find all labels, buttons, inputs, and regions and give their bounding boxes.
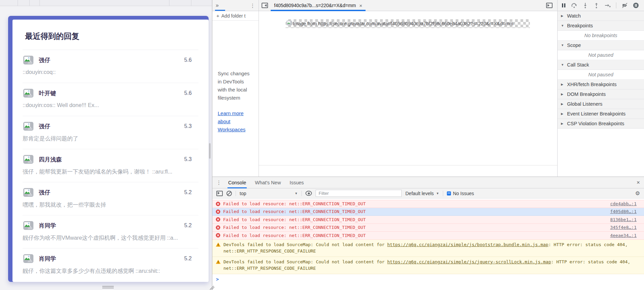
reply-item[interactable]: 肖同学5.2靓仔，你这篇文章多多少少有点违规的感觉啊 ::aru:shit:: [23, 248, 198, 282]
debug-section-label: Watch [567, 13, 581, 19]
debugger-sidebar: ▶Watch▼BreakpointsNo breakpoints▼ScopeNo… [557, 0, 644, 177]
tab-whats-new[interactable]: What's New [254, 177, 281, 188]
log-levels-select[interactable]: Default levels ▼ [405, 191, 439, 196]
tab-issues[interactable]: Issues [289, 177, 304, 188]
debug-section-breakpoints[interactable]: ▼Breakpoints [558, 21, 644, 31]
debug-section-xhr-fetch-breakpoints[interactable]: ▶XHR/fetch Breakpoints [558, 80, 644, 89]
debug-section-dom-breakpoints[interactable]: ▶DOM Breakpoints [558, 89, 644, 99]
sourcemap-url-link[interactable]: https://q6q.cc/qiangzai/simple/js/bootst… [387, 242, 548, 247]
pause-script-icon[interactable] [561, 3, 566, 8]
step-into-icon[interactable] [582, 2, 588, 8]
plus-icon: + [216, 13, 219, 19]
close-tab-icon[interactable]: × [359, 3, 362, 8]
debug-section-event-listener-breakpoints[interactable]: ▶Event Listener Breakpoints [558, 109, 644, 119]
deactivate-breakpoints-icon[interactable] [622, 2, 628, 8]
devtools-panel: » ⋮ + Add folder t Sync changes in DevTo… [212, 0, 644, 290]
reply-item[interactable]: 强仔5.2嘿嘿，那我就改，把一些字眼去掉 [23, 182, 198, 215]
debug-section-csp-violation-breakpoints[interactable]: ▶CSP Violation Breakpoints [558, 119, 644, 129]
close-drawer-icon[interactable]: × [637, 180, 640, 185]
clear-console-icon[interactable] [226, 191, 232, 196]
debug-section-watch[interactable]: ▶Watch [558, 11, 644, 21]
file-tab[interactable]: f405d80940c9a7b...s=220&r=X&d=mm × [271, 0, 366, 11]
reply-rating: 5.2 [184, 256, 192, 262]
active-tab-underline [215, 10, 225, 11]
console-error-row: Failed to load resource: net::ERR_CONNEC… [212, 200, 644, 208]
browser-chrome-fragment [191, 0, 212, 6]
debugger-sections: ▶Watch▼BreakpointsNo breakpoints▼ScopeNo… [558, 11, 644, 129]
show-console-sidebar-icon[interactable] [216, 191, 223, 196]
reply-item[interactable]: 强仔5.3那肯定是么得问题的了 [23, 116, 198, 149]
debug-section-note: Not paused [558, 50, 644, 60]
debugger-toolbar [558, 0, 644, 11]
reply-item[interactable]: 叶开键5.6::douyin:cos:: Well done!!! Ex... [23, 83, 198, 116]
console-error-message: Failed to load resource: net::ERR_CONNEC… [223, 217, 366, 222]
reply-item[interactable]: 肖同学5.2靓仔你为啥不用VMware这个虚拟机啊，这个我感觉更好用 ::a..… [23, 215, 198, 248]
page-bottom-drag-handle[interactable] [102, 286, 114, 289]
reply-rating: 5.6 [184, 57, 192, 63]
image-alt-text: Image from https://secure.gravatar.com/a… [293, 21, 513, 26]
broken-image-avatar-icon [23, 253, 34, 264]
sources-navigator: » ⋮ + Add folder t Sync changes in DevTo… [212, 0, 259, 177]
console-more-menu-icon[interactable]: ⋮ [216, 180, 221, 185]
learn-more-workspaces-link[interactable]: Learn more about Workspaces [212, 109, 258, 134]
navigator-more-menu-icon[interactable]: ⋮ [250, 3, 255, 8]
error-icon [216, 209, 220, 214]
console-messages: Failed to load resource: net::ERR_CONNEC… [212, 199, 644, 290]
console-source-link[interactable]: 345f4e8…:1 [610, 225, 637, 230]
step-over-icon[interactable] [571, 2, 577, 8]
console-filter-input[interactable] [316, 190, 402, 197]
error-icon [216, 217, 220, 222]
debug-section-global-listeners[interactable]: ▶Global Listeners [558, 99, 644, 109]
sources-editor: f405d80940c9a7b...s=220&r=X&d=mm × Image… [259, 0, 557, 177]
browser-chrome-fragment [18, 0, 30, 6]
reply-author-name: 叶开键 [39, 89, 56, 97]
issues-counter[interactable]: No Issues [447, 191, 474, 196]
reply-list: 强仔5.6::douyin:coq::叶开键5.6::douyin:cos:: … [23, 50, 198, 282]
debug-section-label: Global Listeners [567, 101, 602, 107]
reply-comment-text: ::douyin:cos:: Well done!!! Ex... [23, 102, 198, 108]
tab-label: Issues [290, 180, 304, 185]
screen: 最近得到的回复 强仔5.6::douyin:coq::叶开键5.6::douyi… [0, 0, 644, 290]
reply-comment-text: 嘿嘿，那我就改，把一些字眼去掉 [23, 201, 198, 209]
reply-card-accent: 最近得到的回复 强仔5.6::douyin:coq::叶开键5.6::douyi… [8, 16, 209, 282]
console-prompt[interactable]: > [212, 274, 644, 282]
hide-navigator-icon[interactable] [262, 3, 268, 8]
tab-overflow-chevron-icon[interactable]: » [216, 2, 219, 8]
console-source-link[interactable]: 8136be1…:1 [610, 217, 637, 222]
debug-section-scope[interactable]: ▼Scope [558, 41, 644, 50]
javascript-context-select[interactable]: top ▼ [240, 191, 298, 196]
console-source-link[interactable]: f405d80…:1 [610, 209, 637, 214]
reply-item[interactable]: 四月浅森5.3强仔，能帮我更新一下友链的域名的头像吗，谢啦！ ::aru:fl.… [23, 149, 198, 182]
debug-section-note: No breakpoints [558, 31, 644, 41]
page-scrollbar-thumb[interactable] [209, 143, 211, 159]
console-source-link[interactable]: 4eeae34…:1 [610, 233, 637, 238]
reply-row: 肖同学5.2 [23, 220, 198, 231]
console-source-link[interactable]: cde4abb…:1 [610, 201, 637, 206]
tab-console[interactable]: Console [227, 177, 247, 188]
step-out-icon[interactable] [593, 2, 599, 8]
debug-section-label: Scope [567, 43, 581, 48]
warning-icon [216, 260, 221, 272]
step-icon[interactable] [605, 2, 611, 8]
chevron-down-icon: ▼ [436, 192, 439, 195]
add-folder-button[interactable]: + Add folder t [212, 11, 259, 21]
console-error-message: Failed to load resource: net::ERR_CONNEC… [223, 233, 366, 238]
reply-rating: 5.3 [184, 156, 192, 162]
debug-section-call-stack[interactable]: ▼Call Stack [558, 60, 644, 70]
toolbar-divider [301, 191, 302, 196]
console-error-row: Failed to load resource: net::ERR_CONNEC… [212, 208, 644, 216]
console-settings-gear-icon[interactable]: ⚙ [635, 190, 640, 196]
sources-panel: » ⋮ + Add folder t Sync changes in DevTo… [212, 0, 644, 177]
tab-label: What's New [255, 180, 281, 185]
sourcemap-url-link[interactable]: https://q6q.cc/qiangzai/simple/js/jquery… [387, 259, 551, 264]
error-icon [216, 202, 220, 206]
reply-row: 强仔5.6 [23, 54, 198, 66]
reply-item[interactable]: 强仔5.6::douyin:coq:: [23, 50, 198, 83]
console-error-row: Failed to load resource: net::ERR_CONNEC… [212, 216, 644, 224]
show-debugger-sidebar-icon[interactable] [546, 3, 553, 8]
console-toolbar: top ▼ Default levels ▼ No Issues ⚙ [212, 188, 644, 199]
browser-page: 最近得到的回复 强仔5.6::douyin:coq::叶开键5.6::douyi… [0, 0, 212, 290]
live-expression-eye-icon[interactable] [305, 191, 312, 196]
pause-on-exceptions-icon[interactable] [633, 2, 639, 8]
drawer-resize-handle[interactable] [209, 285, 215, 290]
